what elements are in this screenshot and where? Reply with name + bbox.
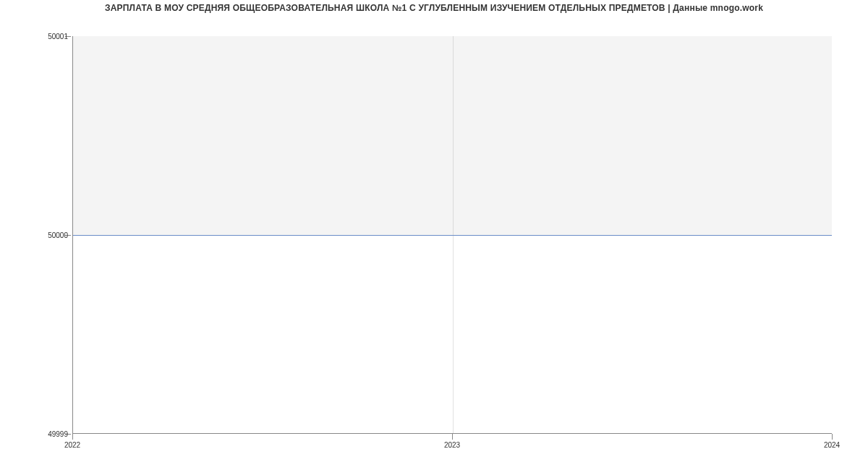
y-tick-label: 50001 [10, 33, 68, 40]
x-tick [832, 434, 833, 440]
x-tick-label: 2023 [444, 441, 460, 449]
x-tick-label: 2022 [64, 441, 80, 449]
plot-area [72, 36, 832, 434]
x-tick [452, 434, 453, 440]
y-tick-label: 50000 [10, 231, 68, 239]
y-tick-label: 49999 [10, 430, 68, 438]
x-tick [72, 434, 73, 440]
x-tick-label: 2024 [824, 441, 840, 449]
chart-container: ЗАРПЛАТА В МОУ СРЕДНЯЯ ОБЩЕОБРАЗОВАТЕЛЬН… [0, 0, 868, 448]
chart-title: ЗАРПЛАТА В МОУ СРЕДНЯЯ ОБЩЕОБРАЗОВАТЕЛЬН… [0, 3, 868, 13]
series-line-salary [73, 235, 832, 236]
